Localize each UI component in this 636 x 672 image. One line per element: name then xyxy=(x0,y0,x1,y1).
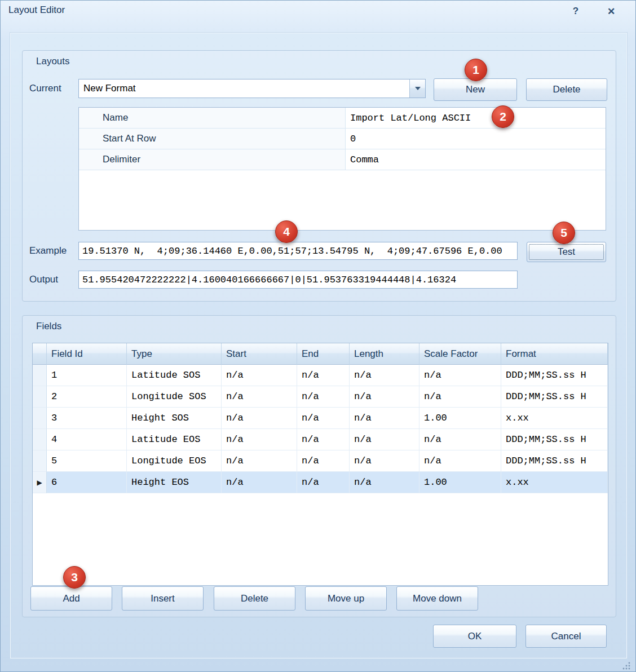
help-icon[interactable]: ? xyxy=(568,5,584,17)
cell-end[interactable]: n/a xyxy=(297,450,350,472)
cell-length[interactable]: n/a xyxy=(350,472,419,493)
cell-scale-factor[interactable]: n/a xyxy=(419,365,501,386)
current-layout-combobox[interactable]: New Format xyxy=(78,79,426,98)
cell-field-id[interactable]: 2 xyxy=(47,386,127,408)
row-indicator[interactable] xyxy=(33,450,47,472)
layout-properties-table: Name Import Lat/Long ASCII Start At Row … xyxy=(78,107,606,231)
row-indicator[interactable]: ▶ xyxy=(33,472,47,493)
test-button[interactable]: Test xyxy=(527,242,606,262)
delete-field-button[interactable]: Delete xyxy=(214,586,295,611)
property-label-start-at-row: Start At Row xyxy=(79,129,346,149)
table-header: Field Id Type Start End Length Scale Fac… xyxy=(33,343,608,365)
cell-end[interactable]: n/a xyxy=(297,386,350,408)
cancel-button[interactable]: Cancel xyxy=(525,625,607,648)
output-label: Output xyxy=(29,271,58,289)
table-row[interactable]: 5 Longitude EOS n/a n/a n/a n/a DDD;MM;S… xyxy=(33,450,608,472)
column-header-start[interactable]: Start xyxy=(222,343,297,365)
move-down-button[interactable]: Move down xyxy=(396,586,478,611)
cell-start[interactable]: n/a xyxy=(222,365,297,386)
example-input[interactable]: 19.51370 N, 4;09;36.14460 E,0.00,51;57;1… xyxy=(78,242,518,260)
move-up-button[interactable]: Move up xyxy=(305,586,387,611)
cell-start[interactable]: n/a xyxy=(222,450,297,472)
cell-format[interactable]: DDD;MM;SS.ss H xyxy=(501,386,608,408)
cell-format[interactable]: DDD;MM;SS.ss H xyxy=(501,429,608,450)
cell-length[interactable]: n/a xyxy=(350,365,419,386)
cell-end[interactable]: n/a xyxy=(297,365,350,386)
cell-scale-factor[interactable]: n/a xyxy=(419,450,501,472)
cell-length[interactable]: n/a xyxy=(350,450,419,472)
resize-grip-icon[interactable] xyxy=(622,661,631,670)
cell-field-id[interactable]: 5 xyxy=(47,450,127,472)
cell-length[interactable]: n/a xyxy=(350,408,419,429)
annotation-badge-1: 1 xyxy=(465,59,487,81)
cell-format[interactable]: DDD;MM;SS.ss H xyxy=(501,365,608,386)
insert-button[interactable]: Insert xyxy=(122,586,204,611)
row-indicator[interactable] xyxy=(33,386,47,408)
cell-field-id[interactable]: 3 xyxy=(47,408,127,429)
titlebar: Layout Editor ? ✕ xyxy=(1,1,635,20)
delete-layout-button[interactable]: Delete xyxy=(526,78,607,101)
property-label-delimiter: Delimiter xyxy=(79,149,346,170)
property-value-delimiter[interactable]: Comma xyxy=(346,149,606,170)
chevron-down-icon xyxy=(415,87,421,90)
cell-type[interactable]: Height SOS xyxy=(127,408,222,429)
cell-type[interactable]: Height EOS xyxy=(127,472,222,493)
column-header-length[interactable]: Length xyxy=(350,343,419,365)
row-indicator[interactable] xyxy=(33,429,47,450)
property-value-start-at-row[interactable]: 0 xyxy=(346,129,606,149)
ok-button[interactable]: OK xyxy=(433,625,516,648)
output-field[interactable]: 51.955420472222222|4.160040166666667|0|5… xyxy=(78,271,518,289)
cell-end[interactable]: n/a xyxy=(297,429,350,450)
close-icon[interactable]: ✕ xyxy=(603,5,620,17)
cell-length[interactable]: n/a xyxy=(350,386,419,408)
column-header-end[interactable]: End xyxy=(297,343,350,365)
column-header-type[interactable]: Type xyxy=(127,343,222,365)
cell-type[interactable]: Latitude EOS xyxy=(127,429,222,450)
cell-end[interactable]: n/a xyxy=(297,408,350,429)
example-label: Example xyxy=(29,242,67,260)
column-header-indicator xyxy=(33,343,47,365)
layouts-group: Layouts Current New Format New Delete Na… xyxy=(22,50,616,302)
table-row-selected[interactable]: ▶ 6 Height EOS n/a n/a n/a 1.00 x.xx xyxy=(33,472,608,493)
cell-field-id[interactable]: 6 xyxy=(47,472,127,493)
cell-field-id[interactable]: 1 xyxy=(47,365,127,386)
cell-format[interactable]: x.xx xyxy=(501,472,608,493)
property-label-name: Name xyxy=(79,108,346,128)
row-indicator[interactable] xyxy=(33,408,47,429)
cell-scale-factor[interactable]: n/a xyxy=(419,429,501,450)
property-row: Delimiter Comma xyxy=(79,149,606,170)
cell-scale-factor[interactable]: n/a xyxy=(419,386,501,408)
cell-type[interactable]: Longitude SOS xyxy=(127,386,222,408)
annotation-badge-2: 2 xyxy=(492,105,514,128)
property-value-name[interactable]: Import Lat/Long ASCII xyxy=(346,108,606,128)
table-row[interactable]: 1 Latitude SOS n/a n/a n/a n/a DDD;MM;SS… xyxy=(33,365,608,386)
cell-start[interactable]: n/a xyxy=(222,472,297,493)
column-header-field-id[interactable]: Field Id xyxy=(47,343,127,365)
column-header-format[interactable]: Format xyxy=(501,343,608,365)
cell-start[interactable]: n/a xyxy=(222,429,297,450)
cell-type[interactable]: Latitude SOS xyxy=(127,365,222,386)
cell-format[interactable]: x.xx xyxy=(501,408,608,429)
window-title: Layout Editor xyxy=(8,5,65,16)
fields-group: Fields Field Id Type Start End Length Sc… xyxy=(22,315,616,617)
cell-length[interactable]: n/a xyxy=(350,429,419,450)
cell-format[interactable]: DDD;MM;SS.ss H xyxy=(501,450,608,472)
new-button[interactable]: New xyxy=(434,78,517,101)
current-label: Current xyxy=(29,79,61,98)
table-row[interactable]: 2 Longitude SOS n/a n/a n/a n/a DDD;MM;S… xyxy=(33,386,608,408)
table-row[interactable]: 3 Height SOS n/a n/a n/a 1.00 x.xx xyxy=(33,408,608,429)
add-button[interactable]: Add xyxy=(30,586,112,611)
cell-scale-factor[interactable]: 1.00 xyxy=(419,408,501,429)
row-indicator[interactable] xyxy=(33,365,47,386)
cell-scale-factor[interactable]: 1.00 xyxy=(419,472,501,493)
column-header-scale-factor[interactable]: Scale Factor xyxy=(419,343,501,365)
annotation-badge-5: 5 xyxy=(553,222,575,244)
combobox-dropdown-button[interactable] xyxy=(409,79,425,98)
cell-start[interactable]: n/a xyxy=(222,386,297,408)
property-row: Start At Row 0 xyxy=(79,129,606,149)
cell-field-id[interactable]: 4 xyxy=(47,429,127,450)
cell-type[interactable]: Longitude EOS xyxy=(127,450,222,472)
table-row[interactable]: 4 Latitude EOS n/a n/a n/a n/a DDD;MM;SS… xyxy=(33,429,608,450)
cell-start[interactable]: n/a xyxy=(222,408,297,429)
cell-end[interactable]: n/a xyxy=(297,472,350,493)
